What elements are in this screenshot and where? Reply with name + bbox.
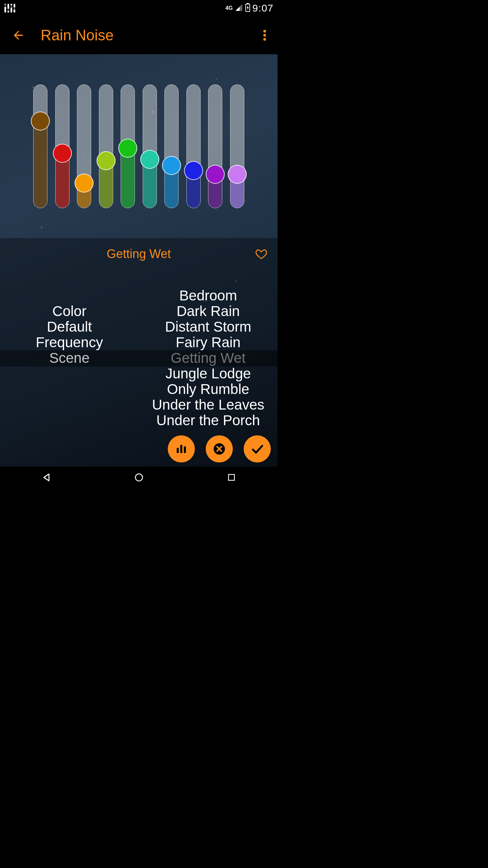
slider-thumb-icon[interactable]: [118, 139, 137, 158]
nav-back-button[interactable]: [26, 472, 67, 482]
equalize-button[interactable]: [168, 435, 195, 462]
svg-point-17: [135, 474, 142, 481]
svg-rect-15: [184, 447, 186, 453]
picker-preset-column[interactable]: BedroomDark RainDistant StormFairy RainG…: [139, 270, 278, 446]
nav-recents-button[interactable]: [211, 473, 252, 482]
slider-band-7[interactable]: [164, 84, 179, 208]
mode-item[interactable]: Default: [47, 319, 92, 335]
cell-signal-icon: [235, 3, 243, 13]
preset-item[interactable]: Jungle Lodge: [165, 366, 251, 381]
overflow-menu-button[interactable]: [255, 23, 274, 47]
slider-band-6[interactable]: [143, 84, 157, 208]
svg-rect-13: [177, 448, 179, 453]
battery-charging-icon: [245, 3, 250, 13]
equalizer-sliders: [0, 54, 278, 238]
preset-item[interactable]: Getting Wet: [171, 350, 246, 366]
slider-band-1[interactable]: [33, 84, 47, 208]
preset-item[interactable]: Distant Storm: [165, 319, 251, 335]
svg-rect-2: [11, 4, 12, 13]
svg-rect-18: [228, 474, 234, 480]
svg-rect-14: [180, 445, 182, 453]
slider-thumb-icon[interactable]: [140, 150, 159, 169]
nav-home-button[interactable]: [119, 473, 159, 482]
back-button[interactable]: [6, 23, 30, 47]
preset-item[interactable]: Bedroom: [179, 288, 237, 303]
svg-point-10: [263, 30, 266, 33]
preset-pickers: ColorDefaultFrequencyScene BedroomDark R…: [0, 270, 278, 446]
favorite-button[interactable]: [255, 247, 268, 261]
svg-rect-9: [247, 3, 249, 4]
slider-band-9[interactable]: [208, 84, 222, 208]
picker-mode-column[interactable]: ColorDefaultFrequencyScene: [0, 246, 139, 423]
status-bar: 4G 9:07: [0, 0, 278, 16]
preset-item[interactable]: Under the Porch: [156, 413, 260, 428]
app-bar: Rain Noise: [0, 16, 278, 54]
slider-band-2[interactable]: [55, 84, 69, 208]
mode-item[interactable]: Scene: [49, 350, 89, 366]
slider-thumb-icon[interactable]: [162, 156, 181, 175]
svg-point-11: [263, 34, 266, 37]
slider-thumb-icon[interactable]: [206, 165, 225, 184]
android-nav-bar: [0, 467, 278, 488]
equalizer-status-icon: [4, 3, 16, 13]
page-title: Rain Noise: [41, 27, 255, 44]
preset-item[interactable]: Dark Rain: [177, 303, 240, 319]
svg-point-12: [263, 38, 266, 41]
slider-band-3[interactable]: [77, 84, 91, 208]
preset-item[interactable]: Under the Leaves: [152, 397, 264, 413]
slider-band-8[interactable]: [186, 84, 201, 208]
slider-thumb-icon[interactable]: [53, 144, 72, 163]
slider-band-10[interactable]: [230, 84, 244, 208]
status-time: 9:07: [252, 2, 273, 14]
slider-band-5[interactable]: [121, 84, 135, 208]
mode-item[interactable]: Frequency: [36, 335, 103, 350]
mode-item[interactable]: Color: [53, 303, 86, 319]
slider-thumb-icon[interactable]: [75, 174, 94, 193]
preset-item[interactable]: Fairy Rain: [176, 335, 241, 350]
svg-rect-1: [7, 4, 9, 13]
cancel-button[interactable]: [206, 435, 233, 462]
slider-thumb-icon[interactable]: [31, 112, 50, 131]
confirm-button[interactable]: [244, 435, 271, 462]
preset-item[interactable]: Only Rumble: [167, 381, 249, 397]
slider-thumb-icon[interactable]: [228, 165, 247, 184]
slider-thumb-icon[interactable]: [97, 151, 116, 170]
slider-thumb-icon[interactable]: [184, 161, 203, 180]
network-4g-icon: 4G: [225, 5, 232, 11]
slider-band-4[interactable]: [99, 84, 113, 208]
